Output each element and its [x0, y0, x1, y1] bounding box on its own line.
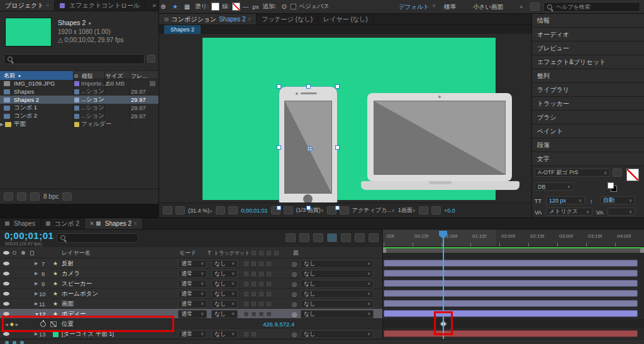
eye-icon[interactable] [3, 282, 9, 286]
trkmat-select[interactable]: なし∨ [211, 260, 238, 268]
current-time-indicator-line[interactable] [443, 238, 444, 339]
composition-canvas[interactable] [203, 38, 496, 200]
graph-icon[interactable] [50, 321, 57, 327]
create-comp-icon[interactable] [30, 192, 40, 201]
pickwhip-icon[interactable]: ◎ [292, 289, 297, 299]
panel-character[interactable]: 文字 [532, 152, 644, 166]
timeline-tab-shapes2[interactable]: × Shapes 2 ≡ [85, 218, 143, 229]
eye-icon[interactable] [3, 302, 9, 306]
preview-timecode[interactable]: 0;00;01;01 [241, 208, 268, 214]
camera-select[interactable]: アクティブカ...∨ [352, 206, 395, 214]
panel-effects-presets[interactable]: エフェクト&プリセット [532, 55, 644, 69]
layer-switches[interactable] [244, 299, 274, 309]
mode-select[interactable]: 通常∨ [178, 300, 207, 308]
trkmat-select[interactable]: なし∨ [211, 300, 238, 308]
position-value[interactable]: 426.9,572.4 [263, 319, 294, 329]
always-preview-icon[interactable] [175, 206, 185, 214]
laptop-illustration[interactable] [367, 93, 512, 181]
view-layout-select[interactable]: 1画面∨ [398, 206, 416, 214]
font-style-select[interactable]: DB∨ [535, 182, 574, 191]
anchor-point-icon[interactable] [307, 146, 313, 152]
property-name[interactable]: 位置 [62, 319, 74, 329]
project-row-comp[interactable]: コンポ 2 ...ション 29.97 [0, 112, 158, 120]
keyframe-navigator[interactable]: ◀ ◆ ▶ [4, 319, 19, 329]
solid-duration-bar[interactable] [384, 330, 638, 337]
column-trkmat[interactable]: トラックマット [214, 247, 250, 258]
mode-select[interactable]: 通常∨ [178, 330, 207, 338]
av-eye-icon[interactable] [3, 251, 9, 255]
pickwhip-icon[interactable]: ◎ [292, 309, 297, 319]
timeline-tab-compo2[interactable]: コンポ 2 [41, 218, 85, 229]
fill-swatch[interactable] [608, 182, 614, 189]
workspace-menu-icon[interactable]: ≡ [433, 3, 436, 9]
expand-arrow-icon[interactable]: ▶ [35, 269, 38, 279]
pickwhip-icon[interactable]: ◎ [292, 299, 297, 309]
parent-select[interactable]: なし∨ [301, 300, 374, 308]
hide-shy-layers-icon[interactable] [313, 233, 323, 242]
stroke-color-swatch[interactable] [232, 3, 240, 11]
pickwhip-icon[interactable]: ◎ [292, 269, 297, 279]
panel-audio[interactable]: オーディオ [532, 28, 644, 42]
workspace-default[interactable]: デフォルト [399, 3, 430, 11]
comp-mini-flowchart-icon[interactable] [286, 233, 296, 242]
expand-panel-icon[interactable] [163, 206, 172, 214]
brainstorm-icon[interactable] [369, 233, 379, 242]
layer-name[interactable]: カメラ [62, 269, 80, 279]
parent-select[interactable]: なし∨ [301, 330, 374, 338]
solo-icon[interactable] [21, 251, 25, 255]
workspace-small-screen[interactable]: 小さい画面 [473, 3, 503, 11]
eye-icon[interactable] [3, 262, 9, 265]
project-search-box[interactable] [4, 54, 145, 64]
trkmat-select[interactable]: なし∨ [211, 310, 238, 318]
search-options-icon[interactable] [147, 55, 155, 63]
panel-paint[interactable]: ペイント [532, 125, 644, 138]
panel-tracker[interactable]: トラッカー [532, 97, 644, 111]
tracking-select[interactable]: ∨ [608, 208, 635, 216]
eye-icon[interactable] [3, 292, 9, 296]
trkmat-select[interactable]: なし∨ [211, 330, 238, 338]
layer-duration-bar[interactable] [384, 260, 638, 267]
mode-select[interactable]: 通常∨ [178, 290, 207, 298]
pixel-aspect-icon[interactable] [419, 206, 428, 214]
exposure-value[interactable]: +0.0 [444, 208, 455, 214]
expand-arrow-icon[interactable]: ▶ [35, 258, 38, 269]
layer-switches[interactable] [244, 258, 274, 269]
more-workspaces-icon[interactable]: » [519, 3, 523, 10]
time-ruler[interactable]: :00f 00:15f 01:00f 01:15f 02:00f 02:15f … [382, 230, 644, 247]
column-parent[interactable]: 親 [293, 247, 299, 258]
expand-transfer-controls-icon[interactable] [13, 341, 16, 344]
expand-arrow-icon[interactable]: ▶ [35, 299, 38, 309]
av-audio-icon[interactable] [13, 251, 16, 255]
layer-switches[interactable] [244, 329, 259, 339]
expand-in-out-icon[interactable] [20, 341, 24, 344]
layer-switches[interactable] [244, 279, 274, 289]
trkmat-select[interactable]: なし∨ [211, 290, 238, 298]
kerning-select[interactable]: メトリクス∨ [546, 208, 592, 216]
comp-title-dropdown-icon[interactable]: ▼ [87, 21, 92, 26]
comp-title[interactable]: Shapes 2 ▼ [58, 19, 92, 26]
panel-info[interactable]: 情報 [532, 14, 644, 28]
work-area-bar[interactable] [382, 248, 644, 253]
parent-select[interactable]: なし∨ [301, 270, 374, 278]
selection-handle[interactable] [277, 145, 281, 150]
transparency-grid-icon[interactable] [340, 206, 349, 214]
viewer-tab-shapes2[interactable]: Shapes 2 [164, 25, 201, 34]
show-snapshot-icon[interactable] [284, 206, 293, 214]
bezier-path-checkbox[interactable] [291, 4, 296, 9]
pickwhip-icon[interactable]: ◎ [292, 258, 297, 269]
timeline-tab-shapes[interactable]: Shapes [0, 218, 41, 229]
pickwhip-icon[interactable]: ◎ [292, 279, 297, 289]
panel-menu-icon[interactable]: ≡ [134, 221, 137, 226]
eye-icon[interactable] [3, 272, 9, 275]
panel-paragraph[interactable]: 段落 [532, 138, 644, 152]
font-size-select[interactable]: 120 px∨ [546, 196, 585, 204]
eye-icon[interactable] [3, 332, 9, 336]
workspace-standard[interactable]: 標準 [444, 3, 456, 11]
mode-select[interactable]: 通常∨ [178, 260, 207, 268]
lock-icon[interactable] [30, 251, 34, 255]
layer-row-9[interactable]: ▶ 9 ★ スピーカー 通常∨ なし∨ ◎ なし∨ [0, 279, 382, 289]
pickwhip-icon[interactable]: ◎ [292, 329, 297, 339]
create-folder-icon[interactable] [17, 192, 26, 201]
tab-footage[interactable]: フッテージ (なし) [257, 14, 318, 25]
expand-arrow-icon[interactable]: ▶ [35, 329, 38, 339]
